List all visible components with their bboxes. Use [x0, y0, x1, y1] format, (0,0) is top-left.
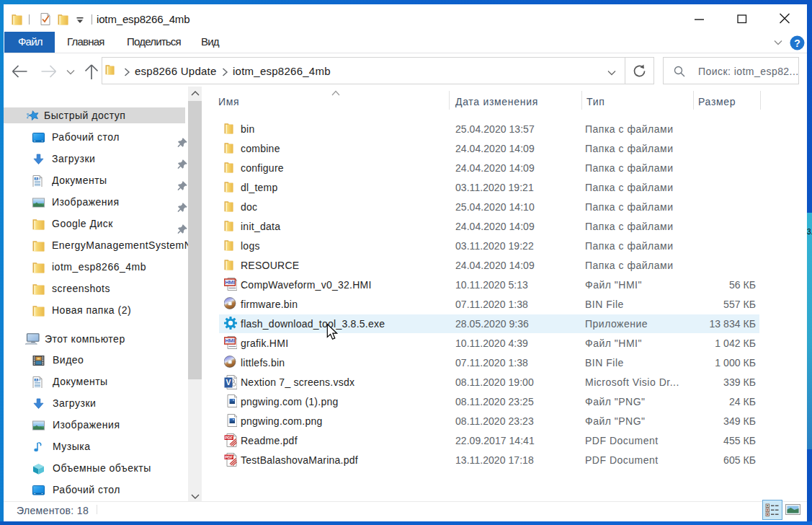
- svg-text:PDF: PDF: [225, 436, 233, 440]
- svg-text:?: ?: [794, 38, 800, 49]
- svg-text:PDF: PDF: [225, 455, 233, 459]
- svg-text:HMI: HMI: [225, 279, 235, 286]
- svg-text:HMI: HMI: [225, 338, 235, 344]
- svg-text:V: V: [226, 378, 231, 387]
